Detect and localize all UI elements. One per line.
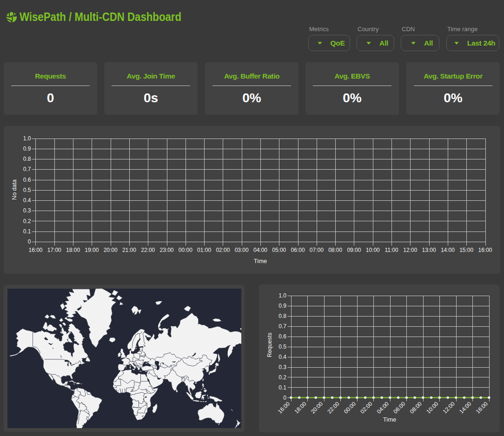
svg-text:20:00: 20:00 xyxy=(310,400,324,415)
svg-text:08:00: 08:00 xyxy=(409,400,423,415)
svg-text:12:00: 12:00 xyxy=(442,400,456,415)
svg-text:0.4: 0.4 xyxy=(23,197,31,204)
svg-text:18:00: 18:00 xyxy=(293,400,307,415)
svg-text:0.2: 0.2 xyxy=(279,374,286,381)
svg-text:07:00: 07:00 xyxy=(310,247,324,253)
svg-text:16:00: 16:00 xyxy=(277,400,291,415)
svg-text:0.3: 0.3 xyxy=(279,364,286,370)
svg-text:16:00: 16:00 xyxy=(475,400,489,415)
svg-text:10:00: 10:00 xyxy=(366,247,380,253)
svg-text:09:00: 09:00 xyxy=(347,247,361,253)
svg-text:06:00: 06:00 xyxy=(291,247,305,253)
svg-text:11:00: 11:00 xyxy=(385,247,398,253)
svg-text:22:00: 22:00 xyxy=(141,247,155,253)
svg-text:0.1: 0.1 xyxy=(279,384,286,391)
svg-text:0.3: 0.3 xyxy=(23,207,31,214)
svg-text:14:00: 14:00 xyxy=(441,247,455,253)
svg-text:01:00: 01:00 xyxy=(197,247,211,253)
svg-text:Time: Time xyxy=(383,416,396,423)
svg-text:0.7: 0.7 xyxy=(279,323,286,330)
svg-text:04:00: 04:00 xyxy=(376,400,390,415)
svg-text:04:00: 04:00 xyxy=(253,247,267,253)
svg-text:22:00: 22:00 xyxy=(326,400,340,415)
svg-text:No data: No data xyxy=(11,179,18,200)
svg-text:0.6: 0.6 xyxy=(279,333,286,340)
svg-text:12:00: 12:00 xyxy=(403,247,417,253)
svg-text:05:00: 05:00 xyxy=(272,247,286,253)
svg-text:1.0: 1.0 xyxy=(23,135,31,142)
svg-text:14:00: 14:00 xyxy=(458,400,472,415)
svg-text:0.4: 0.4 xyxy=(279,354,286,360)
svg-text:0.6: 0.6 xyxy=(23,177,31,183)
svg-text:06:00: 06:00 xyxy=(392,400,406,415)
svg-text:15:00: 15:00 xyxy=(459,247,473,253)
svg-text:08:00: 08:00 xyxy=(328,247,342,253)
svg-text:00:00: 00:00 xyxy=(343,400,357,415)
svg-text:16:00: 16:00 xyxy=(478,247,492,253)
svg-text:18:00: 18:00 xyxy=(66,247,80,253)
svg-text:0.2: 0.2 xyxy=(23,218,31,225)
svg-text:21:00: 21:00 xyxy=(122,247,136,253)
svg-text:16:00: 16:00 xyxy=(28,247,42,253)
svg-text:20:00: 20:00 xyxy=(104,247,118,253)
svg-text:0.8: 0.8 xyxy=(23,156,31,162)
svg-text:00:00: 00:00 xyxy=(179,247,192,253)
svg-text:0.9: 0.9 xyxy=(23,145,31,152)
svg-text:0: 0 xyxy=(28,238,31,245)
svg-text:02:00: 02:00 xyxy=(359,400,373,415)
svg-text:10:00: 10:00 xyxy=(425,400,439,415)
svg-text:0.1: 0.1 xyxy=(23,228,31,235)
svg-text:02:00: 02:00 xyxy=(216,247,230,253)
svg-text:0.5: 0.5 xyxy=(279,344,286,350)
svg-text:Requests: Requests xyxy=(266,333,273,357)
svg-text:23:00: 23:00 xyxy=(160,247,174,253)
svg-text:Time: Time xyxy=(254,258,267,264)
svg-text:0: 0 xyxy=(283,395,286,401)
svg-text:0.5: 0.5 xyxy=(23,187,31,193)
svg-text:19:00: 19:00 xyxy=(85,247,99,253)
svg-text:0.8: 0.8 xyxy=(279,313,286,319)
svg-text:13:00: 13:00 xyxy=(422,247,436,253)
svg-text:0.7: 0.7 xyxy=(23,166,31,172)
svg-text:1.0: 1.0 xyxy=(279,292,286,299)
svg-text:0.9: 0.9 xyxy=(279,303,286,309)
svg-text:03:00: 03:00 xyxy=(235,247,249,253)
svg-text:17:00: 17:00 xyxy=(47,247,61,253)
